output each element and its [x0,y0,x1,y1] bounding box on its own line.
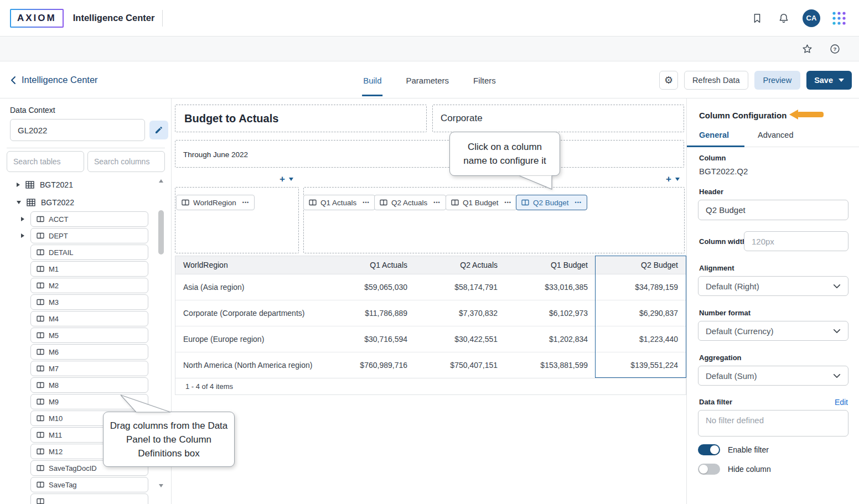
help-icon[interactable]: ? [827,41,842,56]
tab-advanced[interactable]: Advanced [758,125,794,147]
scroll-up-icon[interactable] [157,177,165,185]
search-tables-input[interactable] [7,151,84,172]
cell-value: $1,202,834 [505,326,596,352]
number-format-select[interactable]: Default (Currency) [698,321,848,341]
table-grid-icon [25,180,34,189]
expand-arrow-icon[interactable] [17,183,20,187]
column-chip-q2-actuals[interactable]: Q2 Actuals [374,195,446,210]
column-chip-partial[interactable] [30,493,148,504]
collapse-arrow-icon[interactable] [17,201,21,204]
table-header-q2-actuals[interactable]: Q2 Actuals [415,256,505,274]
column-chip-m6[interactable]: M6 [30,344,148,360]
plus-icon[interactable]: + [280,174,285,184]
column-chip-m8[interactable]: M8 [30,377,148,393]
data-filter-textarea[interactable] [698,410,848,437]
save-dropdown-caret-icon[interactable] [839,79,844,82]
column-icon [37,248,44,256]
column-icon [37,282,44,289]
column-chip-label: M1 [49,265,59,273]
column-chip-q1-budget[interactable]: Q1 Budget [446,195,517,210]
enable-filter-toggle[interactable] [698,444,720,455]
table-grid-icon [27,198,35,207]
tree-table-bgt2022[interactable]: BGT2022 [0,194,155,211]
preview-button[interactable]: Preview [754,71,801,90]
chip-menu-icon[interactable] [505,200,511,205]
hide-column-toggle[interactable] [698,464,720,475]
add-row-group-control[interactable]: + [280,174,293,184]
column-chip-detail[interactable]: DETAIL [30,245,148,260]
search-columns-input[interactable] [87,151,165,172]
column-chip-m4[interactable]: M4 [30,311,148,326]
table-header-q1-budget[interactable]: Q1 Budget [505,256,596,274]
favorite-star-icon[interactable] [799,41,815,56]
column-chip-q2-budget-selected[interactable]: Q2 Budget [516,195,587,210]
svg-text:?: ? [833,46,836,52]
tab-parameters[interactable]: Parameters [405,64,450,96]
data-context-input[interactable] [10,119,145,141]
table-header-q1-actuals[interactable]: Q1 Actuals [325,256,415,274]
aggregation-select[interactable]: Default (Sum) [698,366,848,386]
add-column-control[interactable]: + [666,174,680,184]
cell-value: $58,174,791 [415,274,505,300]
chevron-down-icon[interactable] [675,178,680,181]
column-chip-label: M11 [49,431,62,439]
edit-data-context-button[interactable] [149,121,168,139]
expand-arrow-icon[interactable] [21,233,24,238]
column-icon [37,414,44,422]
report-action-bar: Intelligence Center Build Parameters Fil… [0,61,859,98]
column-chip-label: DETAIL [49,248,74,257]
chip-menu-icon[interactable] [363,200,369,205]
column-chip-label: SaveTag [49,481,77,489]
bookmark-icon[interactable] [749,11,765,26]
topbar-actions: CA [749,9,859,27]
column-chip-label: M12 [49,448,63,456]
row-chip-worldregion[interactable]: WorldRegion [176,195,255,210]
user-avatar[interactable]: CA [803,9,820,27]
report-title-box[interactable]: Budget to Actuals [175,105,427,132]
column-icon [37,365,44,372]
chip-menu-icon[interactable] [433,200,440,205]
tree-table-label: BGT2021 [40,180,73,189]
save-button[interactable]: Save [806,71,852,90]
config-tabs: General Advanced [687,125,859,147]
column-chip-m3[interactable]: M3 [30,294,148,310]
plus-icon[interactable]: + [666,174,671,184]
scrollbar-thumb[interactable] [158,210,164,254]
notifications-bell-icon[interactable] [776,11,791,26]
chip-menu-icon[interactable] [242,200,249,205]
table-header-worldregion[interactable]: WorldRegion [175,256,325,274]
column-chip-m7[interactable]: M7 [30,361,148,376]
column-icon [37,381,44,389]
report-period-box[interactable]: Through June 2022 [175,140,684,168]
cell-value: $30,422,551 [415,326,505,352]
back-link[interactable]: Intelligence Center [10,61,98,98]
chevron-down-icon[interactable] [289,178,293,181]
number-format-label: Number format [699,309,751,317]
tab-filters[interactable]: Filters [472,64,497,96]
chip-label: Q2 Actuals [391,199,427,207]
expand-arrow-icon[interactable] [21,217,24,221]
scroll-down-icon[interactable] [157,482,165,490]
column-chip-m1[interactable]: M1 [30,261,148,277]
column-chip-q1-actuals[interactable]: Q1 Actuals [303,195,375,210]
refresh-data-button[interactable]: Refresh Data [684,71,748,90]
cell-value: $6,102,973 [505,300,596,326]
column-chip-acct[interactable]: ACCT [30,211,148,227]
tree-table-bgt2021[interactable]: BGT2021 [0,176,155,194]
tab-general[interactable]: General [687,125,744,147]
column-chip-m2[interactable]: M2 [30,278,148,293]
column-width-input[interactable] [744,231,848,251]
column-chip-dept[interactable]: DEPT [30,228,148,243]
tab-build[interactable]: Build [362,64,382,96]
app-switcher-icon[interactable] [831,11,847,26]
alignment-select[interactable]: Default (Right) [698,276,848,296]
column-chip-savetag[interactable]: SaveTag [30,477,148,492]
chip-menu-icon[interactable] [575,200,582,205]
column-chip-m5[interactable]: M5 [30,328,148,343]
table-header-q2-budget[interactable]: Q2 Budget [596,256,686,274]
settings-button[interactable]: ⚙ [659,71,678,90]
report-subtitle-box[interactable]: Corporate [432,105,684,132]
column-value: BGT2022.Q2 [699,167,748,176]
header-input[interactable] [698,200,848,220]
edit-filter-link[interactable]: Edit [835,398,848,407]
